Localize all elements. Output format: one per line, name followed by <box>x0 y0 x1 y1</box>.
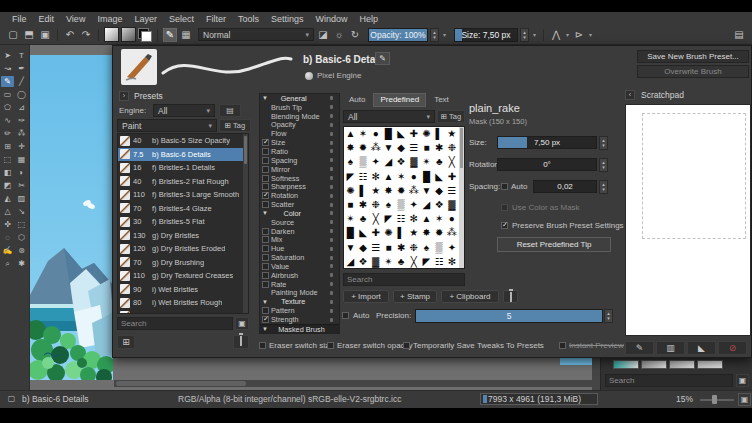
saturation-checkbox[interactable] <box>262 254 269 261</box>
option-row-color[interactable]: ▼Color <box>260 209 339 218</box>
brush-tip-cell[interactable]: ✚ <box>446 170 459 184</box>
option-row-source[interactable]: Source <box>260 218 339 227</box>
brush-tip-cell[interactable]: ✴ <box>382 255 395 269</box>
option-row-brush-tip[interactable]: Brush Tip <box>260 103 339 112</box>
freehand-path-tool[interactable]: ✑ <box>15 115 28 126</box>
brush-tip-cell[interactable]: █ <box>420 170 433 184</box>
eraser-switch-opacity-option[interactable]: Eraser switch opacity <box>327 341 413 350</box>
tip-rotation-slider[interactable]: 0° <box>497 158 597 171</box>
text-tool[interactable]: T <box>15 50 28 61</box>
scrollbar-thumb[interactable] <box>460 128 463 168</box>
opacity-slider[interactable]: Opacity: 100% <box>368 28 428 42</box>
brush-tip-cell[interactable]: ◆ <box>357 241 370 255</box>
tip-tag-button[interactable]: ⊞ Tag <box>437 110 465 123</box>
menu-item-filter[interactable]: Filter <box>200 14 232 24</box>
precision-spinner[interactable] <box>604 309 613 323</box>
pattern-checkbox[interactable] <box>262 307 269 314</box>
brush-tip-cell[interactable]: ▌ <box>395 226 408 240</box>
brush-tip-cell[interactable]: ◢ <box>420 198 433 212</box>
preset-item[interactable]: 40f) Bristles-2 Flat Rough <box>118 175 248 189</box>
scratchpad-paint-button[interactable]: ✎ <box>625 341 654 355</box>
polygon-tool[interactable]: ⬠ <box>1 102 14 113</box>
brush-tip-cell[interactable]: ▒ <box>395 198 408 212</box>
brush-tip-cell[interactable]: ✱ <box>433 141 446 155</box>
menu-item-select[interactable]: Select <box>163 14 200 24</box>
brush-tip-cell[interactable]: ⁂ <box>446 226 459 240</box>
brush-tip-cell[interactable]: ▌ <box>357 184 370 198</box>
brush-tip-cell[interactable]: ▓ <box>407 155 420 169</box>
brush-tip-cell[interactable]: ♣ <box>395 255 408 269</box>
brush-tip-cell[interactable]: ▲ <box>344 127 357 141</box>
softness-checkbox[interactable] <box>262 175 269 182</box>
tab-auto[interactable]: Auto <box>343 93 371 107</box>
tip-tag-filter-dropdown[interactable]: All ▾ <box>343 110 435 123</box>
brush-tip-cell[interactable]: ◣ <box>357 226 370 240</box>
option-row-ratio[interactable]: Ratio <box>260 147 339 156</box>
tip-spacing-slider[interactable]: 0,02 <box>533 180 597 193</box>
eraser-mode-icon[interactable]: ◪ <box>316 28 330 42</box>
brush-tip-cell[interactable]: ✺ <box>420 127 433 141</box>
scratchpad-fill-gradient-button[interactable]: ▥ <box>656 341 685 355</box>
option-row-spacing[interactable]: Spacing <box>260 156 339 165</box>
preset-item[interactable]: 70g) Dry Brushing <box>118 256 248 270</box>
tip-spacing-spinner[interactable] <box>599 180 608 194</box>
assistants-tool[interactable]: △ <box>1 206 14 217</box>
preset-item[interactable]: 90i) Wet Bristles <box>118 283 248 297</box>
stamp-tip-button[interactable]: + Stamp <box>393 290 437 303</box>
brush-tip-cell[interactable]: ♠ <box>344 155 357 169</box>
option-row-strength[interactable]: Strength <box>260 315 339 324</box>
temporarily-save-tweaks-option[interactable]: Temporarily Save Tweaks To Presets <box>403 341 544 350</box>
brush-tip-cell[interactable]: ❖ <box>395 155 408 169</box>
menu-item-file[interactable]: File <box>6 14 33 24</box>
brush-tip-cell[interactable]: ❉ <box>369 198 382 212</box>
preset-display-icon[interactable]: ▤ <box>219 104 241 117</box>
brush-tip-cell[interactable]: ▒ <box>357 155 370 169</box>
reload-preset-icon[interactable]: ☼ <box>332 28 346 42</box>
preset-item[interactable]: 7.5b) Basic-6 Details <box>118 148 248 162</box>
option-row-value[interactable]: Value <box>260 262 339 271</box>
opacity-spinner[interactable] <box>430 28 439 42</box>
resource-thumbnail[interactable] <box>697 360 723 369</box>
choose-brush-preset-icon[interactable]: ▦ <box>179 28 193 42</box>
option-row-scatter[interactable]: Scatter <box>260 200 339 209</box>
brush-tip-cell[interactable]: ✻ <box>446 255 459 269</box>
option-row-rate[interactable]: Rate <box>260 280 339 289</box>
menu-item-layer[interactable]: Layer <box>128 14 163 24</box>
tip-grid-scrollbar[interactable] <box>459 127 464 268</box>
preset-item[interactable]: 70f) Bristles-4 Glaze <box>118 202 248 216</box>
option-row-masked-brush[interactable]: ▼Masked Brush <box>260 324 339 334</box>
pan-tool[interactable]: ✱ <box>15 258 28 269</box>
grid-tool[interactable]: ▦ <box>15 154 28 165</box>
edit-shapes-tool[interactable]: ↝ <box>1 63 14 74</box>
option-row-airbrush[interactable]: Airbrush <box>260 271 339 280</box>
brush-tip-cell[interactable]: ✚ <box>407 127 420 141</box>
spacing-auto-checkbox[interactable] <box>501 183 508 190</box>
menu-item-tools[interactable]: Tools <box>232 14 265 24</box>
option-row-flow[interactable]: Flow <box>260 129 339 138</box>
brush-tip-cell[interactable]: █ <box>382 127 395 141</box>
ellipse-select-tool[interactable]: ◌ <box>1 232 14 243</box>
preserve-preset-settings-checkbox[interactable] <box>501 222 508 229</box>
canvas-area[interactable] <box>30 45 114 390</box>
preset-search-input[interactable] <box>117 317 233 330</box>
brush-tip-cell[interactable]: ◆ <box>395 141 408 155</box>
option-row-mirror[interactable]: Mirror <box>260 165 339 174</box>
preset-item[interactable]: 120g) Dry Bristles Eroded <box>118 242 248 256</box>
brush-tip-cell[interactable]: ✹ <box>433 226 446 240</box>
precision-auto-checkbox[interactable] <box>342 312 349 319</box>
bezier-curve-tool[interactable]: ∿ <box>1 115 14 126</box>
brush-tip-cell[interactable]: ╳ <box>446 155 459 169</box>
polyline-tool[interactable]: ⊿ <box>15 102 28 113</box>
preset-item[interactable]: 30f) Bristles-5 Flat <box>118 215 248 229</box>
rate-checkbox[interactable] <box>262 281 269 288</box>
resource-thumbnail[interactable] <box>613 360 639 369</box>
fill-tool[interactable]: ◭ <box>1 193 14 204</box>
brush-tip-cell[interactable]: ☰ <box>407 141 420 155</box>
brush-tip-cell[interactable]: ▓ <box>446 198 459 212</box>
preset-item[interactable]: 110f) Bristles-3 Large Smooth <box>118 188 248 202</box>
precision-slider[interactable]: 5 <box>415 309 603 323</box>
brush-tip-cell[interactable]: ✦ <box>446 241 459 255</box>
tip-rotation-spinner[interactable] <box>599 158 608 172</box>
option-row-softness[interactable]: Softness <box>260 174 339 183</box>
horizontal-scrollbar[interactable] <box>114 380 592 387</box>
